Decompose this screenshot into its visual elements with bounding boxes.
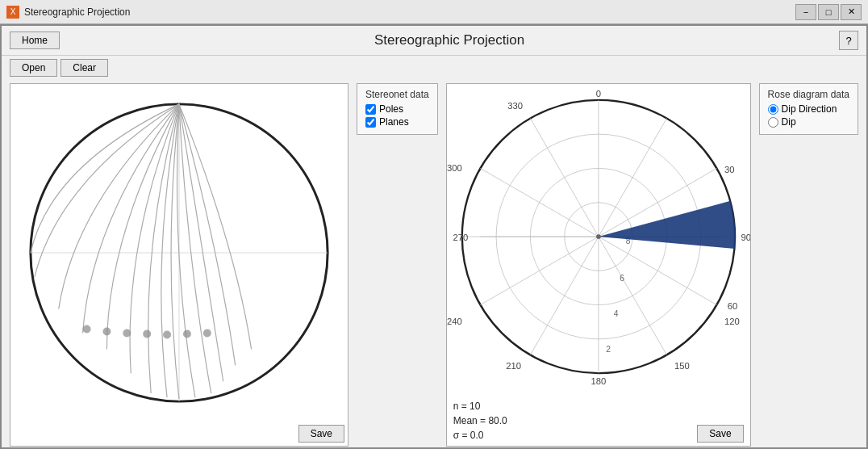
app-icon: X: [6, 6, 19, 19]
rose-data-box: Rose diagram data Dip Direction Dip: [759, 83, 858, 135]
poles-row: Poles: [365, 103, 429, 115]
svg-point-4: [83, 325, 91, 334]
help-button[interactable]: ?: [839, 31, 858, 50]
svg-point-7: [143, 330, 151, 338]
svg-point-10: [203, 329, 211, 338]
toolbar: Open Clear: [2, 56, 866, 80]
rose-panel: 0 30 60 90 120 150 180 210 240 270 300 3…: [446, 83, 751, 447]
title-bar-text: Stereographic Projection: [24, 6, 795, 18]
rose-data-title: Rose diagram data: [768, 89, 849, 100]
title-bar-controls: − □ ✕: [795, 4, 862, 20]
stereonet-canvas: [10, 84, 348, 422]
close-button[interactable]: ✕: [841, 4, 862, 20]
svg-text:210: 210: [506, 361, 521, 371]
dip-row: Dip: [768, 116, 849, 128]
stereonet-footer: Save: [10, 422, 348, 446]
svg-point-5: [102, 328, 111, 336]
page-title: Stereographic Projection: [65, 32, 834, 48]
stereonet-panel: Save: [10, 83, 348, 447]
svg-text:6: 6: [620, 274, 624, 283]
svg-point-6: [123, 329, 131, 338]
stats-text: n = 10 Mean = 80.0 σ = 0.0: [453, 399, 507, 443]
svg-text:180: 180: [590, 376, 606, 386]
svg-point-8: [163, 331, 171, 339]
title-bar: X Stereographic Projection − □ ✕: [0, 0, 868, 24]
dip-direction-label: Dip Direction: [782, 103, 837, 115]
svg-text:270: 270: [453, 233, 468, 242]
poles-label: Poles: [379, 103, 403, 115]
dip-direction-radio[interactable]: [768, 104, 778, 115]
svg-point-9: [183, 330, 191, 338]
svg-text:0: 0: [596, 89, 601, 99]
svg-text:240: 240: [447, 317, 462, 326]
stereonet-data-title: Stereonet data: [365, 89, 429, 100]
svg-point-44: [596, 234, 601, 239]
svg-text:2: 2: [606, 345, 611, 354]
svg-text:60: 60: [727, 301, 737, 311]
svg-text:330: 330: [507, 101, 523, 111]
planes-label: Planes: [379, 116, 409, 128]
main-window: Home Stereographic Projection ? Open Cle…: [0, 24, 868, 449]
stat-n: n = 10: [453, 399, 507, 413]
stereonet-data-box: Stereonet data Poles Planes: [357, 83, 438, 135]
dip-label: Dip: [782, 116, 796, 128]
dip-direction-row: Dip Direction: [768, 103, 849, 115]
svg-text:120: 120: [724, 317, 740, 326]
dip-radio[interactable]: [768, 117, 778, 128]
clear-button[interactable]: Clear: [61, 59, 108, 77]
stereonet-save-button[interactable]: Save: [298, 425, 344, 443]
svg-text:90: 90: [741, 233, 749, 242]
open-button[interactable]: Open: [10, 59, 57, 77]
stat-mean: Mean = 80.0: [453, 413, 507, 428]
rose-canvas: 0 30 60 90 120 150 180 210 240 270 300 3…: [447, 84, 750, 389]
right-panel: Rose diagram data Dip Direction Dip: [759, 83, 858, 447]
minimize-button[interactable]: −: [795, 4, 816, 20]
middle-panel: Stereonet data Poles Planes: [357, 83, 438, 447]
rose-footer: n = 10 Mean = 80.0 σ = 0.0 Save: [447, 389, 750, 446]
svg-text:30: 30: [724, 165, 735, 174]
planes-row: Planes: [365, 116, 429, 128]
maximize-button[interactable]: □: [818, 4, 839, 20]
svg-text:150: 150: [674, 361, 690, 371]
content-area: Save Stereonet data Poles Planes: [2, 80, 866, 449]
poles-checkbox[interactable]: [365, 104, 376, 115]
planes-checkbox[interactable]: [365, 117, 376, 128]
svg-text:300: 300: [447, 163, 462, 173]
stat-sigma: σ = 0.0: [453, 428, 507, 443]
rose-save-button[interactable]: Save: [697, 425, 743, 443]
svg-text:4: 4: [613, 309, 618, 318]
home-button[interactable]: Home: [10, 31, 60, 49]
top-bar: Home Stereographic Projection ?: [2, 26, 866, 56]
